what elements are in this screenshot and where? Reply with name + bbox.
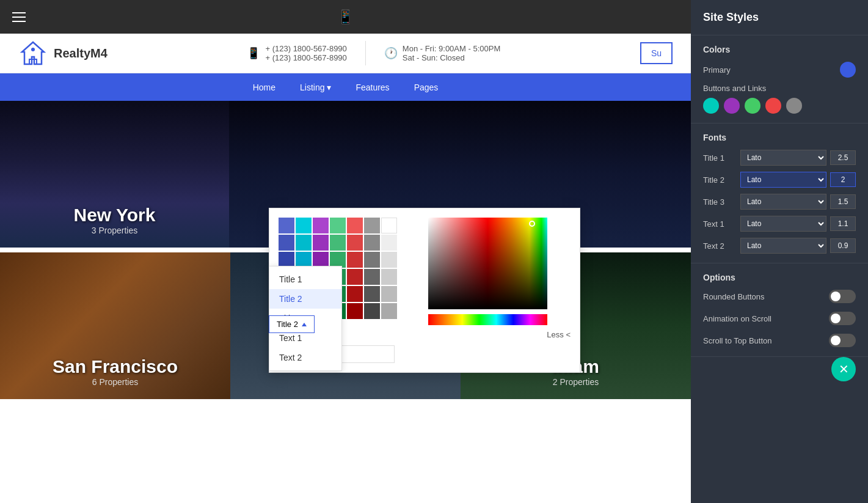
font-size-text2[interactable] [830,238,856,253]
nav-pages[interactable]: Pages [414,83,439,92]
toggle-scroll-top[interactable] [829,334,856,347]
fonts-section: Fonts Title 1 Lato Title 2 Lato Title 3 … [691,123,868,263]
toggle-knob-rounded [831,292,841,301]
mobile-preview-icon[interactable]: 📱 [337,9,354,25]
font-select-title2[interactable]: Lato [740,172,826,188]
hue-spectrum[interactable] [428,314,547,325]
font-type-selected-badge[interactable]: Title 2 [269,315,315,333]
hours2: Sat - Sun: Closed [403,53,500,62]
property-card-sf[interactable]: San Francisco 6 Properties [0,252,230,399]
hamburger-menu[interactable] [12,12,26,22]
swatch-light6[interactable] [381,303,397,319]
font-type-text2[interactable]: Text 2 [269,348,341,367]
swatch-green1[interactable] [330,218,346,233]
swatch-red1[interactable] [347,218,363,233]
swatch-gray2[interactable] [364,235,380,251]
colors-section-title: Colors [703,45,856,54]
swatch-gray4[interactable] [364,269,380,285]
swatch-row-1 [279,218,419,233]
font-label-text2: Text 2 [703,241,737,251]
swatch-red2[interactable] [347,235,363,251]
city-props-miami: 2 Properties [552,377,599,387]
phone-icon: 📱 [247,46,260,60]
swatch-red4[interactable] [347,269,363,285]
swatch-gray1[interactable] [364,218,380,233]
selected-font-label: Title 2 [277,320,298,329]
swatch-red5[interactable] [347,286,363,302]
swatch-white[interactable] [381,218,397,233]
panel-title: Site Styles [691,0,868,35]
font-select-text1[interactable]: Lato [740,216,826,232]
nav-listing[interactable]: Listing ▾ [300,83,331,92]
swatch-blue2[interactable] [279,235,294,251]
site-header: RealtyM4 📱 + (123) 1800-567-8990 + (123)… [0,34,691,73]
primary-color-dot[interactable] [840,62,856,78]
swatch-green2[interactable] [330,235,346,251]
swatch-gray5[interactable] [364,286,380,302]
font-select-title1[interactable]: Lato [740,150,826,166]
color-circle-red[interactable] [765,98,781,114]
swatch-cyan1[interactable] [296,218,312,233]
less-button[interactable]: Less < [428,330,571,339]
buttons-links-row: Buttons and Links [703,84,856,114]
options-section-title: Options [703,273,856,282]
font-size-text1[interactable] [830,216,856,231]
color-circle-green[interactable] [745,98,760,114]
city-props-sf: 6 Properties [53,377,178,387]
font-select-text2[interactable]: Lato [740,238,826,254]
toggle-rounded-buttons[interactable] [829,290,856,303]
font-select-title3[interactable]: Lato [740,194,826,210]
color-circle-teal[interactable] [703,98,719,114]
swatch-purple1[interactable] [313,218,329,233]
gradient-canvas[interactable] [428,218,547,309]
color-circle-gray[interactable] [786,98,802,114]
swatch-purple2[interactable] [313,235,329,251]
option-label-scroll-top: Scroll to Top Button [703,336,772,345]
colors-section: Colors Primary Buttons and Links [691,35,868,123]
property-card-newyork[interactable]: New York 3 Properties [0,101,229,248]
font-label-title1: Title 1 [703,153,737,163]
triangle-up-icon [302,323,307,326]
header-button[interactable]: Su [640,42,673,64]
font-label-title2: Title 2 [703,175,737,185]
color-gradient-area: Less < [428,218,571,339]
font-type-title1[interactable]: Title 1 [269,270,341,289]
font-size-title3[interactable] [830,194,856,209]
close-fab-button[interactable]: ✕ [831,357,856,381]
font-size-title2[interactable] [830,172,856,187]
main-area: 📱 RealtyM4 📱 + (123) 1800-567-8990 + (12… [0,0,691,503]
hours1: Mon - Fri: 9:00AM - 5:00PM [403,44,500,53]
swatch-light3[interactable] [381,252,397,268]
primary-label: Primary [703,65,731,75]
swatch-red6[interactable] [347,303,363,319]
clock-icon: 🕐 [384,46,398,60]
swatch-light4[interactable] [381,269,397,285]
font-type-title2[interactable]: Title 2 [269,289,341,309]
swatch-light5[interactable] [381,286,397,302]
swatch-cyan2[interactable] [296,235,312,251]
color-circle-purple[interactable] [724,98,740,114]
font-size-title1[interactable] [830,150,856,165]
divider [365,41,366,65]
swatch-blue1[interactable] [279,218,294,233]
nav-features[interactable]: Features [356,83,389,92]
swatch-red3[interactable] [347,252,363,268]
city-name-sf: San Francisco [53,356,178,377]
phone1: + (123) 1800-567-8990 [265,44,346,53]
swatch-gray6[interactable] [364,303,380,319]
gradient-circle-handle[interactable] [529,221,535,227]
nav-home[interactable]: Home [253,83,275,92]
header-contact: 📱 + (123) 1800-567-8990 + (123) 1800-567… [247,41,500,65]
fonts-section-title: Fonts [703,133,856,142]
option-rounded-buttons: Rounded Buttons [703,290,856,303]
font-label-text1: Text 1 [703,219,737,229]
font-row-title3: Title 3 Lato [703,194,856,210]
city-props-ny: 3 Properties [74,226,156,235]
swatch-white2[interactable] [381,235,397,251]
font-row-title2: Title 2 Lato [703,172,856,188]
phone2: + (123) 1800-567-8990 [265,53,346,62]
buttons-links-label: Buttons and Links [703,84,856,93]
toggle-animation-scroll[interactable] [829,312,856,325]
swatch-gray3[interactable] [364,252,380,268]
logo-icon [18,39,48,68]
